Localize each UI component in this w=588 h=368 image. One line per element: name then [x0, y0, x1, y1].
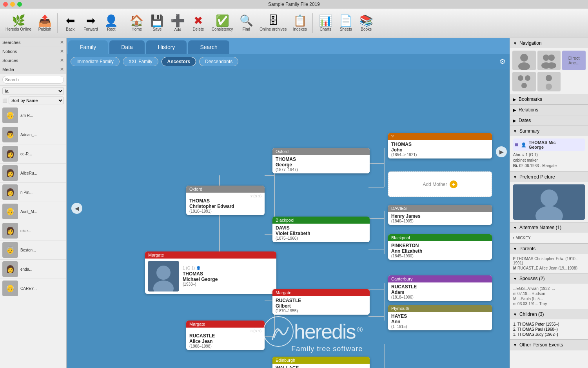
- nav-thumb-1[interactable]: [512, 51, 536, 70]
- child-3[interactable]: 3. THOMAS Judy (1962–): [513, 332, 585, 337]
- rsb-summary-header[interactable]: ▼ Summary: [510, 126, 588, 136]
- list-item[interactable]: 👴 CAREY...: [0, 279, 66, 298]
- card-father[interactable]: Oxford 2 (G 2) THOMAS Christopher Edward…: [186, 186, 265, 215]
- rsb-children-header[interactable]: ▼ Children (3): [510, 309, 588, 319]
- books-button[interactable]: 📚 Books: [357, 14, 376, 33]
- spouse-1[interactable]: ...EGS...Vivian (1932–...: [513, 286, 585, 291]
- right-nav-chevron[interactable]: ▶: [496, 146, 507, 157]
- children-collapse-icon: ▼: [513, 312, 517, 317]
- rsb-bookmarks-header[interactable]: ▶ Bookmarks: [510, 94, 588, 104]
- add-button[interactable]: ➕ Add: [168, 13, 187, 33]
- tab-search[interactable]: Search: [188, 40, 229, 54]
- online-archives-button[interactable]: 🗄 Online archives: [257, 14, 289, 33]
- summary-person[interactable]: ■ 👤 THOMAS Mic George: [513, 138, 585, 151]
- events-label: Other Person Events: [519, 342, 563, 348]
- back-button[interactable]: ⬅ Back: [61, 14, 80, 33]
- rsb-parents-header[interactable]: ▼ Parents: [510, 244, 588, 254]
- card-gg-pgm-header: Blackpool: [388, 234, 492, 241]
- find-button[interactable]: 🔍 Find: [237, 14, 256, 33]
- card-root[interactable]: Margate 1 (G 1) 👤 THOMAS Michael George: [145, 251, 276, 294]
- card-gg-pgf[interactable]: DAVIES Henry James (1840–1905): [388, 205, 492, 225]
- nav-thumb-4[interactable]: [512, 72, 536, 91]
- rsb-relations-header[interactable]: ▶ Relations: [510, 105, 588, 115]
- card-mother[interactable]: Margate 3 (G 2) RUCASTLE Alice Jean (190…: [186, 321, 265, 350]
- rsb-events-header[interactable]: ▼ Other Person Events: [510, 340, 588, 350]
- preferred-picture[interactable]: [513, 184, 585, 220]
- card-pat-gm[interactable]: Blackpool DAVIS Violet Elizabeth (1875–1…: [272, 217, 370, 242]
- rsb-spouses-header[interactable]: ▼ Spouses (2): [510, 273, 588, 284]
- card-gg-pf[interactable]: ? THOMAS John (1854–> 1921): [388, 133, 492, 158]
- person-thumbnail: 👩: [2, 146, 18, 162]
- tab-history[interactable]: History: [146, 40, 187, 54]
- card-pat-gf[interactable]: Oxford THOMAS George (1877–1947): [272, 148, 370, 173]
- navigation-grid: Direct Anc...: [510, 48, 588, 94]
- rsb-picture-header[interactable]: ▼ Preferred Picture: [510, 172, 588, 182]
- sheets-button[interactable]: 📄 Sheets: [336, 14, 355, 33]
- gg-mgf-surname: RUCASTLE: [391, 284, 489, 290]
- title-bar: Sample Family File 2019: [0, 0, 588, 9]
- list-item[interactable]: 👩 enda...: [0, 260, 66, 279]
- maximize-button[interactable]: [17, 2, 22, 7]
- home-button[interactable]: 🏠 Home: [127, 14, 146, 33]
- list-item[interactable]: 👴 Aunt_M...: [0, 202, 66, 221]
- rsb-navigation-header[interactable]: ▼ Navigation: [510, 38, 588, 48]
- subtab-descendants[interactable]: Descendants: [199, 57, 238, 66]
- minimize-button[interactable]: [10, 2, 15, 7]
- close-media[interactable]: ✕: [60, 67, 64, 72]
- card-gg-pgm[interactable]: Blackpool PINKERTON Ann Elizabeth (1845–…: [388, 234, 492, 260]
- spouse-2[interactable]: M ...Paula (h. 5...: [513, 296, 585, 301]
- card-mat-gm[interactable]: Edinburgh WALLACE Brenda (1873–1937): [272, 357, 370, 368]
- search-input[interactable]: [2, 76, 64, 84]
- sidebar-section-sources: Sources ✕: [0, 56, 66, 65]
- add-mother-button[interactable]: +: [450, 180, 457, 188]
- svg-point-23: [156, 266, 171, 280]
- rsb-altnames-header[interactable]: ▼ Alternate Names (1): [510, 222, 588, 233]
- tab-data[interactable]: Data: [109, 40, 145, 54]
- subtab-ancestors[interactable]: Ancestors: [162, 57, 196, 66]
- person-thumbnail: 👨: [2, 127, 18, 142]
- delete-button[interactable]: ✖ Delete: [189, 14, 208, 33]
- list-item[interactable]: 👩 rcke...: [0, 221, 66, 240]
- parent-m[interactable]: M RUCASTLE Alice Jean (19...1998): [513, 266, 585, 271]
- nav-thumb-3[interactable]: Direct Anc...: [562, 51, 586, 70]
- close-button[interactable]: [3, 2, 8, 7]
- nav-thumb-5[interactable]: [537, 72, 561, 91]
- sort-dropdown[interactable]: Sort by Name: [9, 97, 64, 104]
- card-gg-mgm[interactable]: Plymouth HAYES Ann (1–1915): [388, 305, 492, 330]
- list-item[interactable]: 👩 ce-R...: [0, 144, 66, 164]
- consistency-button[interactable]: ✅ Consistency: [209, 14, 235, 33]
- child-1[interactable]: 1. THOMAS Peter (1956–): [513, 322, 585, 327]
- heredis-online-button[interactable]: 🌿 Heredis Online: [3, 14, 34, 33]
- list-item[interactable]: 👨 Adrian_...: [0, 125, 66, 144]
- save-button[interactable]: 💾 Save: [148, 14, 167, 33]
- child-2[interactable]: 2. THOMAS Paul (1960–): [513, 327, 585, 332]
- right-sidebar: ▼ Navigation: [510, 38, 588, 368]
- close-notions[interactable]: ✕: [60, 49, 64, 54]
- card-gg-mgf[interactable]: Canterbury RUCASTLE Adam (1818–1906): [388, 275, 492, 301]
- nav-thumb-2[interactable]: [537, 51, 561, 70]
- list-item[interactable]: 👩 n Pin...: [0, 183, 66, 202]
- indexes-button[interactable]: 📋 Indexes: [290, 14, 309, 33]
- left-nav-chevron[interactable]: ◀: [71, 203, 82, 214]
- rsb-dates-header[interactable]: ▶ Dates: [510, 115, 588, 126]
- list-item[interactable]: 👴 am R...: [0, 106, 66, 125]
- parent-f[interactable]: F THOMAS Christopher Edw. (1910–1991): [513, 256, 585, 266]
- close-sources[interactable]: ✕: [60, 58, 64, 63]
- root-button[interactable]: 👤 Root: [102, 14, 121, 33]
- settings-gear-icon[interactable]: ⚙: [499, 57, 506, 66]
- charts-button[interactable]: 📊 Charts: [316, 14, 335, 33]
- tree-area[interactable]: ◀ Margate 1 (G 1) 👤 THOMAS: [67, 69, 510, 368]
- subtab-xxl[interactable]: XXL Family: [123, 57, 158, 66]
- tab-family[interactable]: Family: [68, 40, 108, 54]
- list-item[interactable]: 👩 AliceRu...: [0, 164, 66, 183]
- card-mat-gf[interactable]: Margate RUCASTLE Gilbert (1870–1955): [272, 289, 370, 315]
- subtab-immediate[interactable]: Immediate Family: [71, 57, 120, 66]
- relations-label: Relations: [519, 107, 538, 113]
- publish-button[interactable]: 📤 Publish: [35, 14, 54, 33]
- list-item[interactable]: 👵 Boston...: [0, 240, 66, 260]
- add-mother-card[interactable]: Add Mother +: [388, 171, 492, 197]
- close-searches[interactable]: ✕: [60, 40, 64, 45]
- filter-dropdown[interactable]: ia All: [2, 87, 64, 95]
- charts-icon: 📊: [319, 15, 332, 26]
- forward-button[interactable]: ➡ Forward: [81, 14, 100, 33]
